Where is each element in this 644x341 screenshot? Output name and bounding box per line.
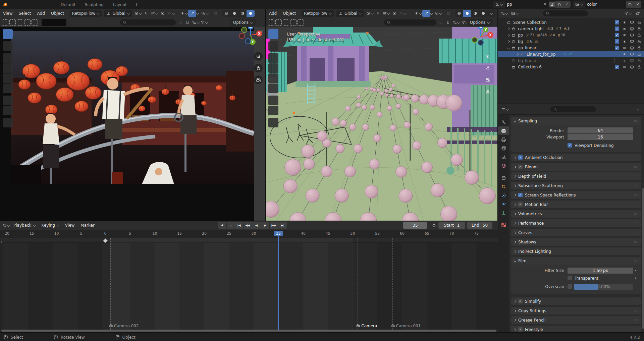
disable-viewport-toggle[interactable] (630, 39, 634, 44)
timeline-scrollbar[interactable] (1, 330, 496, 332)
overscan-checkbox[interactable]: ✓ (568, 284, 572, 289)
viewport-left-rendered[interactable]: ViewSelectAddObject RetopoFlow Global (0, 9, 265, 221)
tool-button[interactable] (268, 53, 278, 63)
copy-image-button[interactable] (626, 1, 634, 8)
current-frame-field[interactable]: 35 (403, 222, 427, 229)
hide-eye-toggle[interactable] (622, 33, 627, 37)
overscan-slider[interactable]: 3.00% (574, 284, 633, 290)
properties-scrollbar[interactable] (642, 188, 644, 329)
outliner-row[interactable]: pp 21848410 ✓ (498, 32, 644, 38)
playhead[interactable] (278, 236, 279, 330)
row-name[interactable]: Collection 6 (518, 65, 542, 69)
hide-eye-toggle[interactable] (622, 58, 627, 63)
panel-header[interactable]: ✓Indirect Lighting∷∷ (511, 247, 641, 255)
orientation-dropdown[interactable]: Global (104, 10, 131, 17)
shading-wireframe-button[interactable] (222, 10, 230, 17)
gizmo-minus-z[interactable] (478, 40, 483, 45)
playback-button[interactable]: ▶ (261, 222, 270, 229)
channel-expand-arrow[interactable]: › (1, 240, 2, 244)
expand-toggle[interactable] (506, 47, 511, 49)
timeline-menu-item[interactable]: View (62, 223, 77, 228)
decorator-dot[interactable]: • (633, 268, 638, 273)
display-mode-dropdown[interactable] (500, 10, 508, 17)
panel-header[interactable]: ✓Volumetrics∷∷ (511, 210, 641, 218)
panel-header[interactable]: ✓Motion Blur∷∷ (511, 201, 641, 208)
disable-render-toggle[interactable] (637, 52, 641, 56)
properties-tab[interactable] (498, 118, 509, 126)
chevron-down-icon[interactable] (439, 20, 443, 24)
use-preview-range-button[interactable] (430, 222, 438, 229)
properties-search-input[interactable] (550, 106, 596, 112)
auto-keying-button[interactable] (218, 222, 227, 229)
image-type-selector[interactable] (573, 1, 585, 8)
tool-button[interactable] (268, 41, 278, 51)
tool-button[interactable] (268, 118, 278, 127)
outliner-row[interactable]: bg 6 ✓ (498, 38, 644, 45)
disable-viewport-toggle[interactable] (630, 20, 634, 24)
brush-type-selector[interactable] (493, 1, 505, 8)
properties-tab[interactable] (498, 191, 509, 200)
timeline-marker[interactable]: Camera (356, 324, 377, 328)
chevron-down-icon[interactable] (179, 20, 182, 24)
gizmo-y-label[interactable]: Y (251, 40, 254, 44)
tree-display-button[interactable] (192, 19, 200, 26)
retopoflow-tool-button[interactable] (374, 19, 381, 26)
panel-header[interactable]: ✓Subsurface Scattering∷∷ (511, 182, 641, 189)
expand-toggle[interactable] (506, 34, 511, 36)
retopoflow-tool-button[interactable] (342, 19, 349, 26)
blender-logo-icon[interactable] (3, 2, 8, 7)
select-mode-button[interactable] (24, 19, 32, 26)
retopoflow-tool-button[interactable] (94, 19, 101, 26)
tool-button[interactable] (3, 63, 13, 73)
panel-checkbox[interactable]: ✓ (518, 165, 523, 169)
panel-drag-handle[interactable]: ∷∷ (634, 175, 639, 178)
panel-sampling-header[interactable]: Sampling∷∷ (511, 117, 641, 125)
outliner-row[interactable]: LineArt_for_pp ✓ (498, 51, 644, 57)
snap-toggle[interactable] (142, 10, 150, 17)
chevron-down-icon[interactable] (430, 11, 433, 15)
playback-button[interactable]: ▶| (278, 222, 287, 229)
snap-with-dropdown[interactable] (382, 10, 390, 17)
tool-button[interactable] (3, 29, 13, 39)
gizmos-toggle[interactable] (188, 10, 196, 17)
disable-render-toggle[interactable] (637, 46, 641, 50)
tool-button[interactable] (268, 96, 278, 105)
decorator-dot[interactable]: • (633, 276, 638, 281)
shading-solid-button[interactable] (463, 10, 471, 17)
timeline-marker[interactable]: Camera.002 (109, 324, 139, 328)
playback-button[interactable]: ◀ (252, 222, 261, 229)
bookmark-button[interactable] (444, 19, 452, 26)
exclude-checkbox[interactable]: ✓ (614, 58, 619, 63)
shading-rendered-button[interactable] (247, 10, 255, 17)
gizmo-minus-y[interactable] (472, 37, 477, 43)
select-mode-button[interactable] (290, 19, 298, 26)
select-mode-button[interactable] (268, 19, 275, 26)
panel-header[interactable]: ✓Ambient Occlusion∷∷ (511, 154, 641, 161)
empty-enum-field[interactable] (42, 19, 66, 26)
shading-wireframe-button[interactable] (455, 10, 463, 17)
hide-eye-toggle[interactable] (622, 52, 627, 56)
row-name[interactable]: pp (518, 33, 523, 38)
visibility-dropdown[interactable] (180, 10, 188, 17)
orthographic-toggle-button[interactable] (483, 87, 492, 96)
row-name[interactable]: bg (518, 39, 523, 44)
panel-header[interactable]: ✓Depth of Field∷∷ (511, 172, 641, 180)
panel-drag-handle[interactable]: ∷∷ (634, 119, 639, 123)
panel-header[interactable]: ✓Performance∷∷ (511, 219, 641, 227)
add-workspace-button[interactable]: + (131, 2, 142, 7)
shading-rendered-button[interactable] (479, 10, 487, 17)
viewport-menu-item[interactable]: Select (15, 11, 34, 16)
timeline-marker[interactable]: Camera.001 (391, 324, 421, 328)
retopoflow-tool-button[interactable] (366, 19, 373, 26)
properties-tab[interactable] (498, 135, 509, 144)
exclude-checkbox[interactable]: ✓ (615, 65, 619, 69)
tool-button[interactable] (268, 73, 278, 83)
retopoflow-tool-button[interactable] (110, 19, 117, 26)
gizmos-toggle[interactable] (422, 10, 430, 17)
hide-eye-toggle[interactable] (622, 39, 627, 44)
proportional-edit-toggle[interactable] (159, 10, 167, 17)
shading-material-button[interactable] (471, 10, 479, 17)
panel-drag-handle[interactable]: ∷∷ (634, 222, 639, 225)
active-tool-dropdown[interactable]: RetopoFlow (70, 10, 102, 17)
falloff-dropdown[interactable] (398, 10, 407, 17)
